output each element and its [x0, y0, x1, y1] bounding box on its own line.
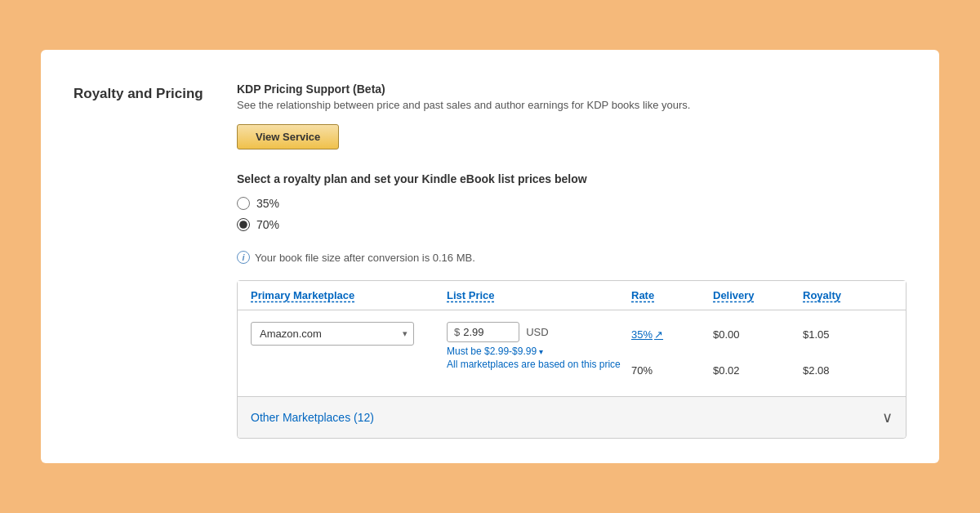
pricing-table: Primary Marketplace List Price Rate Deli…: [237, 280, 906, 439]
royalty-val-1: $1.05: [803, 328, 830, 341]
royalty-option-35[interactable]: 35%: [237, 197, 906, 210]
col-list-price-header: List Price: [447, 289, 631, 301]
section-label: Royalty and Pricing: [74, 83, 204, 439]
royalty-radio-35[interactable]: [237, 197, 250, 210]
rate-link-35[interactable]: 35% ↗: [631, 328, 663, 341]
royalty-radio-group: 35% 70%: [237, 197, 906, 231]
all-marketplaces-note: All marketplaces are based on this price: [447, 359, 631, 370]
other-marketplaces-row[interactable]: Other Marketplaces (12) ∨: [238, 396, 906, 438]
table-header-row: Primary Marketplace List Price Rate Deli…: [238, 281, 906, 310]
price-constraint[interactable]: Must be $2.99-$9.99 ▾: [447, 346, 631, 357]
rate-35-text: 35%: [631, 328, 653, 341]
delivery-cell: $0.00 $0.02: [713, 322, 803, 377]
royalty-radio-70[interactable]: [237, 218, 250, 231]
royalty-label-35: 35%: [256, 197, 279, 210]
marketplace-cell: Amazon.com ▾: [251, 322, 447, 346]
marketplace-select[interactable]: Amazon.com: [251, 322, 414, 346]
delivery-val-2: $0.02: [713, 364, 803, 377]
table-body: Amazon.com ▾ $ USD: [238, 310, 906, 396]
col-royalty-header: Royalty: [803, 289, 893, 301]
rate-arrow-icon: ↗: [654, 328, 663, 341]
list-price-cell: $ USD Must be $2.99-$9.99 ▾ All marketpl…: [447, 322, 631, 370]
price-input-box: $: [447, 322, 519, 342]
right-content: KDP Pricing Support (Beta) See the relat…: [237, 83, 906, 439]
chevron-down-icon: ∨: [882, 408, 893, 426]
royalty-option-70[interactable]: 70%: [237, 218, 906, 231]
file-size-note: i Your book file size after conversion i…: [237, 251, 906, 264]
price-constraint-text: Must be $2.99-$9.99: [447, 346, 537, 357]
main-card: Royalty and Pricing KDP Pricing Support …: [41, 50, 939, 463]
constraint-arrow-icon: ▾: [539, 347, 543, 356]
royalty-label-70: 70%: [256, 218, 279, 231]
royalty-val-2: $2.08: [803, 364, 893, 377]
col-rate-header: Rate: [631, 289, 713, 301]
view-service-button[interactable]: View Service: [237, 124, 339, 149]
currency-symbol: $: [454, 326, 460, 338]
rate-cell: 35% ↗ 70%: [631, 322, 713, 377]
kdp-support-title: KDP Pricing Support (Beta): [237, 83, 906, 96]
table-row: Amazon.com ▾ $ USD: [251, 322, 893, 377]
marketplace-select-wrapper[interactable]: Amazon.com ▾: [251, 322, 414, 346]
other-marketplaces-link[interactable]: Other Marketplaces (12): [251, 411, 374, 424]
kdp-support-subtitle: See the relationship between price and p…: [237, 99, 906, 111]
info-icon: i: [237, 251, 250, 264]
royalty-plan-heading: Select a royalty plan and set your Kindl…: [237, 172, 906, 185]
rate-70-text: 70%: [631, 364, 713, 377]
file-size-text: Your book file size after conversion is …: [255, 252, 475, 264]
delivery-val-1: $0.00: [713, 328, 740, 341]
col-delivery-header: Delivery: [713, 289, 803, 301]
currency-label: USD: [526, 326, 548, 338]
royalty-cell: $1.05 $2.08: [803, 322, 893, 377]
price-input-group: $ USD: [447, 322, 631, 342]
col-marketplace-header: Primary Marketplace: [251, 289, 447, 301]
price-input[interactable]: [463, 326, 512, 338]
